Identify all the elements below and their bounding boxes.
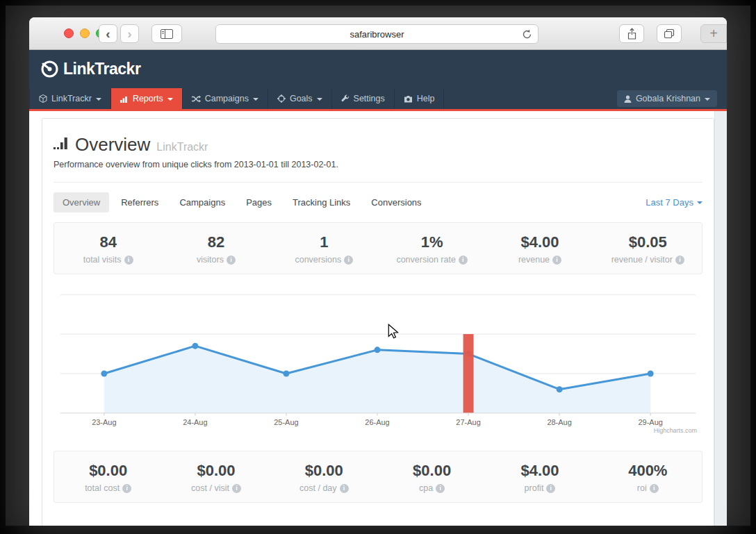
stat-label: conversions bbox=[295, 255, 341, 265]
tab-tracking-links[interactable]: Tracking Links bbox=[284, 192, 359, 212]
stat-label: profit bbox=[525, 483, 544, 493]
chevron-down-icon bbox=[705, 98, 710, 101]
forward-button[interactable]: › bbox=[120, 24, 139, 43]
chevron-down-icon bbox=[317, 98, 322, 101]
stat-revenue: $4.00 revenuei bbox=[486, 233, 593, 265]
info-icon[interactable]: i bbox=[227, 256, 236, 265]
stat-value: 400% bbox=[594, 462, 702, 480]
camera-icon bbox=[404, 95, 413, 103]
info-icon[interactable]: i bbox=[124, 256, 133, 265]
share-icon bbox=[627, 28, 637, 40]
svg-text:28-Aug: 28-Aug bbox=[547, 418, 571, 426]
overview-chart[interactable]: 23-Aug24-Aug25-Aug26-Aug27-Aug28-Aug29-A… bbox=[54, 281, 702, 442]
report-tabs: Overview Referrers Campaigns Pages Track… bbox=[42, 183, 714, 217]
info-icon[interactable]: i bbox=[546, 484, 555, 493]
stat-label: revenue / visitor bbox=[611, 255, 673, 265]
stat-label: roi bbox=[637, 483, 647, 493]
date-range-selector[interactable]: Last 7 Days bbox=[646, 197, 702, 208]
shuffle-icon bbox=[192, 95, 201, 103]
user-menu[interactable]: Gobala Krishnan bbox=[617, 90, 717, 107]
nav-item-help[interactable]: Help bbox=[395, 88, 445, 109]
stat-label: visitors bbox=[197, 255, 224, 265]
browser-toolbar: ‹ › safaribrowser bbox=[29, 17, 727, 50]
back-button[interactable]: ‹ bbox=[99, 24, 117, 43]
stat-value: $4.00 bbox=[486, 233, 593, 251]
chevron-down-icon bbox=[253, 98, 258, 101]
svg-text:23-Aug: 23-Aug bbox=[92, 418, 116, 426]
info-icon[interactable]: i bbox=[232, 484, 241, 493]
stat-label: total visits bbox=[83, 255, 122, 265]
stats-icon bbox=[54, 137, 69, 151]
svg-text:25-Aug: 25-Aug bbox=[274, 418, 298, 426]
page-title-suffix: LinkTrackr bbox=[156, 141, 208, 153]
stat-cost-per-visit: $0.00 cost / visiti bbox=[162, 462, 270, 493]
info-icon[interactable]: i bbox=[122, 484, 131, 493]
nav-item-label: Goals bbox=[290, 94, 313, 103]
stat-conversions: 1 conversionsi bbox=[270, 233, 378, 265]
nav-item-goals[interactable]: Goals bbox=[268, 88, 332, 109]
stat-value: 1 bbox=[270, 233, 378, 251]
user-icon bbox=[624, 95, 632, 103]
show-tabs-button[interactable] bbox=[657, 24, 682, 43]
nav-item-linktrackr[interactable]: LinkTrackr bbox=[29, 88, 111, 109]
sidebar-icon bbox=[161, 29, 173, 39]
stat-value: 84 bbox=[54, 233, 162, 251]
stat-label: conversion rate bbox=[396, 255, 455, 265]
page-content: Overview LinkTrackr Performance overview… bbox=[29, 111, 727, 526]
tab-referrers[interactable]: Referrers bbox=[112, 192, 167, 212]
new-tab-button[interactable]: + bbox=[700, 24, 727, 43]
date-range-label: Last 7 Days bbox=[646, 197, 693, 208]
svg-text:27-Aug: 27-Aug bbox=[456, 418, 480, 426]
share-button[interactable] bbox=[619, 24, 644, 43]
panel-header: Overview LinkTrackr Performance overview… bbox=[42, 119, 714, 183]
stat-cost-per-day: $0.00 cost / dayi bbox=[270, 462, 378, 493]
user-name: Gobala Krishnan bbox=[636, 94, 700, 103]
tab-overview[interactable]: Overview bbox=[54, 192, 109, 212]
nav-item-campaigns[interactable]: Campaigns bbox=[183, 88, 268, 109]
back-icon: ‹ bbox=[106, 26, 110, 42]
minimize-window-icon[interactable] bbox=[80, 28, 90, 38]
main-nav: LinkTrackr Reports Campaigns bbox=[29, 88, 727, 111]
nav-item-reports[interactable]: Reports bbox=[111, 88, 183, 109]
svg-text:Highcharts.com: Highcharts.com bbox=[654, 427, 697, 434]
nav-item-label: Settings bbox=[354, 94, 385, 103]
info-icon[interactable]: i bbox=[675, 256, 684, 265]
sidebar-toggle-button[interactable] bbox=[151, 24, 182, 43]
stat-conversion-rate: 1% conversion ratei bbox=[378, 233, 486, 265]
stat-profit: $4.00 profiti bbox=[486, 462, 593, 493]
tab-pages[interactable]: Pages bbox=[237, 192, 281, 212]
close-window-icon[interactable] bbox=[64, 28, 74, 38]
stat-value: $0.00 bbox=[162, 462, 270, 480]
address-bar[interactable]: safaribrowser bbox=[215, 24, 539, 44]
chevron-down-icon bbox=[697, 201, 702, 204]
stat-roi: 400% roii bbox=[594, 462, 702, 493]
chevron-down-icon bbox=[96, 98, 101, 101]
app-logo-text[interactable]: LinkTrackr bbox=[63, 60, 140, 78]
nav-item-label: Reports bbox=[133, 94, 163, 103]
plus-icon: + bbox=[709, 26, 718, 42]
scrollbar-track[interactable] bbox=[714, 111, 727, 526]
info-icon[interactable]: i bbox=[344, 256, 353, 265]
wrench-icon bbox=[341, 94, 350, 103]
overview-panel: Overview LinkTrackr Performance overview… bbox=[42, 118, 714, 526]
svg-text:24-Aug: 24-Aug bbox=[183, 418, 207, 426]
address-bar-text: safaribrowser bbox=[350, 29, 404, 40]
info-icon[interactable]: i bbox=[650, 484, 659, 493]
info-icon[interactable]: i bbox=[436, 484, 445, 493]
stat-value: $0.05 bbox=[594, 233, 702, 251]
forward-icon: › bbox=[127, 26, 131, 42]
info-icon[interactable]: i bbox=[552, 256, 561, 265]
info-icon[interactable]: i bbox=[340, 484, 349, 493]
nav-item-settings[interactable]: Settings bbox=[332, 88, 395, 109]
stat-total-cost: $0.00 total costi bbox=[54, 462, 162, 493]
tab-campaigns[interactable]: Campaigns bbox=[170, 192, 234, 212]
safari-window: ‹ › safaribrowser bbox=[29, 17, 727, 526]
target-icon bbox=[277, 94, 286, 103]
page-subtitle: Performance overview from unique clicks … bbox=[54, 160, 702, 169]
chart-area: 23-Aug24-Aug25-Aug26-Aug27-Aug28-Aug29-A… bbox=[54, 281, 702, 442]
cube-icon bbox=[39, 94, 47, 103]
reload-icon[interactable] bbox=[521, 28, 533, 40]
info-icon[interactable]: i bbox=[459, 256, 468, 265]
tab-conversions[interactable]: Conversions bbox=[362, 192, 430, 212]
nav-item-label: Help bbox=[417, 94, 435, 103]
